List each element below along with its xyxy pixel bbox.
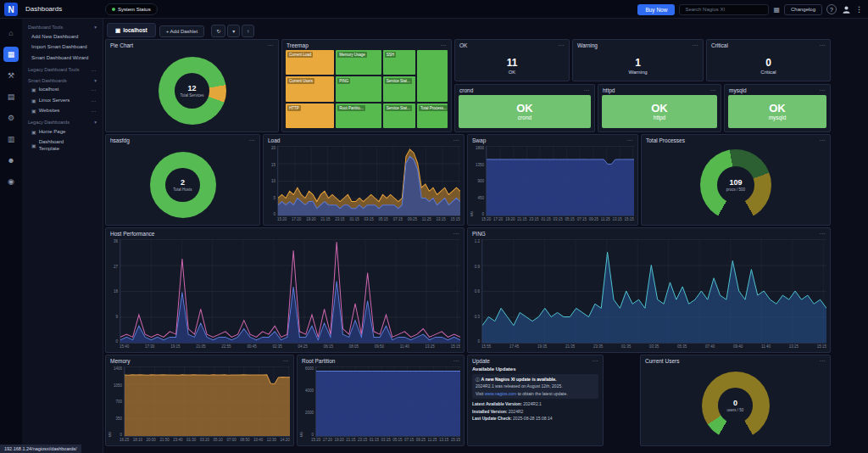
crond-status-box[interactable]: OKcrond (459, 95, 591, 128)
dashlet-menu-icon[interactable]: ⋯ (268, 42, 275, 49)
refresh-controls: ↻ ▾ ↑ (211, 25, 254, 37)
treemap-tile[interactable]: Memory Usage (336, 50, 381, 75)
refresh-interval-dropdown[interactable]: ▾ (227, 25, 240, 37)
last-check-row: Last Update Check: 2025-08-28 15:08:14 (472, 416, 598, 422)
docs-icon[interactable]: ▥ (3, 131, 19, 147)
refresh-button[interactable]: ↻ (211, 25, 225, 37)
users-icon[interactable]: ☻ (3, 153, 19, 168)
display-options-icon[interactable]: ▦ (773, 6, 780, 14)
dashlet-menu-icon[interactable]: ⋯ (453, 137, 460, 144)
section-menu-icon[interactable]: ⋯ (91, 67, 97, 73)
dashlet-menu-icon[interactable]: ⋯ (283, 358, 290, 365)
dashlet-menu-icon[interactable]: ⋯ (820, 231, 826, 238)
dashlet-swap: Swap⋯ MB 180013509004500 15:2017:2019:20… (467, 134, 638, 226)
treemap-tile[interactable]: Total Process... (417, 103, 448, 128)
dashlet-menu-icon[interactable]: ⋯ (693, 42, 699, 49)
treemap-tile[interactable]: SSH (383, 50, 415, 75)
sidebar-item-dashboard-template[interactable]: ▣ Dashboard Template (22, 137, 88, 154)
account-icon[interactable]: ◉ (3, 174, 19, 189)
treemap-tile[interactable]: Service Stat... (383, 76, 415, 101)
sidebar-item-linux-servers[interactable]: ▣ Linux Servers ⋯ (22, 95, 103, 106)
dashlet-title: Memory (110, 358, 130, 364)
dashlet-title: Total Processes (646, 137, 685, 143)
dashlet-title: Swap (472, 137, 486, 143)
treemap-tile[interactable]: PING (336, 76, 381, 101)
dashboard-icon: ▣ (115, 27, 120, 34)
ok-count-value: 11 (507, 57, 518, 69)
home-icon[interactable]: ⌂ (3, 25, 19, 41)
nagios-logo[interactable]: N (4, 3, 18, 16)
dashlet-title: Load (268, 137, 280, 143)
dashlet-menu-icon[interactable]: ⋯ (441, 42, 448, 49)
dashlet-menu-icon[interactable]: ⋯ (593, 358, 599, 365)
dashlet-menu-icon[interactable]: ⋯ (249, 137, 256, 144)
sidebar-section-legacy-dashboards[interactable]: Legacy Dashboards ▾ (22, 116, 103, 126)
user-avatar-icon[interactable] (841, 4, 851, 14)
treemap-grid: Current Load Memory Usage SSH Current Us… (286, 50, 448, 128)
add-dashlet-button[interactable]: + Add Dashlet (159, 25, 205, 37)
dashlet-menu-icon[interactable]: ⋯ (820, 87, 826, 94)
treemap-tile[interactable] (417, 50, 448, 102)
y-axis-unit: MB (299, 366, 303, 437)
ping-chart (481, 239, 826, 344)
sidebar-item-smart-dashboard-wizard[interactable]: Smart Dashboard Wizard (22, 53, 103, 64)
dashboard-icon: ▣ (31, 87, 36, 92)
dashlet-menu-icon[interactable]: ⋯ (584, 87, 591, 94)
dashlet-title: httpd (603, 87, 615, 93)
overflow-menu-icon[interactable]: ⋮ (855, 5, 863, 14)
search-input[interactable] (679, 4, 769, 15)
dashlet-ok-count: OK⋯ 11OK (454, 39, 570, 81)
sidebar-item-import-smart-dashboard[interactable]: Import Smart Dashboard (22, 42, 103, 53)
dashlet-menu-icon[interactable]: ⋯ (559, 42, 565, 49)
hosts-donut-chart: 2Total Hosts (150, 152, 216, 218)
mysqld-status-box[interactable]: OKmysqld (728, 95, 826, 128)
load-chart (277, 146, 460, 216)
installed-version-row: Installed Version: 2024R2 (472, 409, 598, 415)
total-processes-gauge: 109procs / 500 (700, 149, 771, 221)
treemap-tile[interactable]: Current Load (286, 50, 334, 75)
treemap-tile[interactable]: Current Users (286, 76, 334, 101)
export-button[interactable]: ↑ (242, 25, 254, 37)
changelog-button[interactable]: Changelog (784, 4, 822, 15)
chevron-down-icon: ▾ (94, 120, 97, 125)
dashlet-menu-icon[interactable]: ⋯ (710, 87, 717, 94)
sidebar-section-legacy-dashboard-tools[interactable]: Legacy Dashboard Tools ⋯ (22, 64, 103, 75)
dashlet-menu-icon[interactable]: ⋯ (820, 137, 826, 144)
system-status-button[interactable]: System Status (105, 3, 158, 15)
dashlet-title: Host Performance (110, 231, 154, 237)
sidebar-item-localhost[interactable]: ▣ localhost ⋯ (22, 85, 103, 96)
treemap-tile[interactable]: Service Stat... (383, 103, 415, 128)
treemap-tile[interactable]: Root Partitio... (336, 103, 381, 128)
help-icon[interactable]: ? (826, 4, 837, 14)
dashlet-menu-icon[interactable]: ⋯ (820, 358, 826, 365)
sidebar-section-smart-dashboards[interactable]: Smart Dashboards ▾ (22, 75, 103, 85)
settings-icon[interactable]: ⚙ (3, 110, 19, 126)
y-axis: 20151050 (265, 146, 277, 216)
reports-icon[interactable]: ▤ (3, 89, 19, 104)
tab-localhost[interactable]: ▣ localhost (107, 23, 156, 37)
dashlet-memory: Memory⋯ MB 140010507003500 16:2518:1020:… (105, 355, 294, 446)
nagios-link[interactable]: www.nagios.com (485, 391, 517, 396)
y-axis-unit: MB (108, 366, 112, 437)
buy-now-button[interactable]: Buy Now (637, 4, 675, 15)
treemap-tile[interactable]: HTTP (286, 103, 334, 128)
sidebar-item-add-new-dashboard[interactable]: Add New Dashboard (22, 31, 103, 42)
dashlet-httpd: httpd⋯ OKhttpd (598, 84, 721, 132)
dashlet-menu-icon[interactable]: ⋯ (453, 358, 460, 365)
chevron-down-icon: ▾ (94, 78, 97, 83)
item-menu-icon[interactable]: ⋯ (91, 98, 97, 103)
sidebar-section-dashboard-tools[interactable]: Dashboard Tools ▾ (22, 21, 103, 31)
dashlet-menu-icon[interactable]: ⋯ (627, 137, 634, 144)
tools-icon[interactable]: ⚒ (3, 68, 19, 83)
dashboard-canvas: Pie Chart⋯ 12Total Services Treemap⋯ Cur… (103, 39, 868, 453)
item-menu-icon[interactable]: ⋯ (91, 108, 97, 114)
dashlet-title: Critical (711, 42, 728, 48)
dashboards-icon[interactable]: ▦ (3, 47, 19, 62)
dashlet-menu-icon[interactable]: ⋯ (453, 231, 460, 238)
sidebar-item-websites[interactable]: ▣ Websites ⋯ (22, 106, 103, 117)
topbar: N Dashboards System Status Buy Now ▦ Cha… (0, 0, 868, 19)
item-menu-icon[interactable]: ⋯ (91, 87, 97, 92)
sidebar-item-home-page[interactable]: ▣ Home Page (22, 126, 103, 137)
dashlet-menu-icon[interactable]: ⋯ (820, 42, 826, 49)
httpd-status-box[interactable]: OKhttpd (602, 95, 717, 128)
